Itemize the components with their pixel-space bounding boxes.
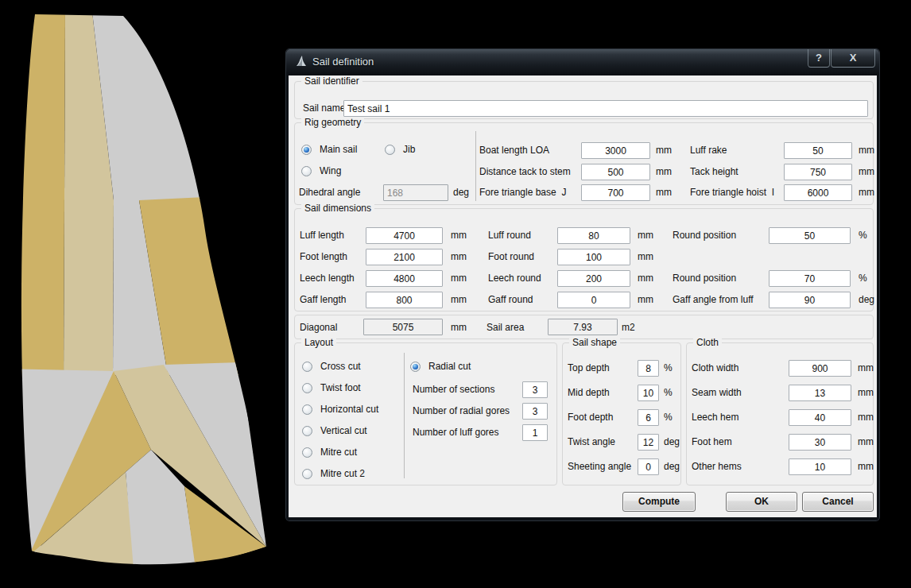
- seam-width-label: Seam width: [692, 385, 742, 401]
- gaff-round-input[interactable]: [557, 292, 630, 308]
- cloth-width-input[interactable]: [789, 360, 851, 377]
- main-sail-radio[interactable]: [301, 145, 312, 155]
- tack-height-unit: mm: [859, 164, 874, 180]
- gaff-round-label: Gaff round: [488, 292, 533, 308]
- unit-label: mm: [451, 227, 467, 244]
- mid-depth-input[interactable]: [638, 385, 659, 401]
- unit-label: mm: [638, 292, 653, 308]
- boat-length-unit: mm: [656, 142, 672, 159]
- gaff-length-input[interactable]: [366, 292, 443, 308]
- luff-rake-input[interactable]: [784, 142, 852, 159]
- unit-label: %: [859, 270, 867, 287]
- luff-length-input[interactable]: [366, 227, 443, 244]
- unit-label: mm: [858, 360, 874, 377]
- sail-area-output: [548, 319, 618, 335]
- unit-label: deg: [664, 434, 680, 451]
- jib-radio[interactable]: [385, 145, 395, 155]
- foot-length-input[interactable]: [366, 249, 443, 265]
- unit-label: m2: [622, 319, 635, 336]
- tack-stem-label: Distance tack to stem: [479, 164, 571, 180]
- jib-label: Jib: [403, 141, 415, 158]
- vertical-cut-label: Vertical cut: [320, 423, 367, 439]
- top-depth-input[interactable]: [638, 360, 659, 377]
- cross-cut-radio[interactable]: [302, 362, 312, 372]
- help-button[interactable]: ?: [808, 49, 830, 68]
- sail-name-input[interactable]: [343, 100, 868, 117]
- dihedral-angle-label: Dihedral angle: [299, 184, 360, 201]
- fore-base-input[interactable]: [581, 184, 650, 201]
- seam-width-input[interactable]: [789, 385, 851, 401]
- round-position-input[interactable]: [769, 270, 851, 287]
- luff-round-input[interactable]: [557, 227, 630, 244]
- round-position-input[interactable]: [769, 227, 851, 244]
- mid-depth-label: Mid depth: [568, 385, 610, 401]
- tack-stem-input[interactable]: [581, 164, 650, 180]
- radial-cut-radio[interactable]: [410, 362, 421, 372]
- boat-length-label: Boat length LOA: [479, 142, 549, 159]
- close-button[interactable]: X: [831, 49, 875, 68]
- unit-label: deg: [664, 458, 680, 475]
- cloth-width-label: Cloth width: [692, 360, 738, 377]
- horizontal-cut-radio[interactable]: [302, 404, 312, 415]
- tack-height-label: Tack height: [690, 164, 738, 180]
- leech-round-input[interactable]: [557, 270, 630, 287]
- unit-label: mm: [858, 458, 874, 475]
- sections-label: Number of sections: [413, 381, 494, 398]
- ok-button[interactable]: OK: [726, 492, 797, 512]
- luff-gores-input[interactable]: [522, 424, 548, 441]
- foot-depth-input[interactable]: [638, 409, 659, 426]
- group-legend: Sail identifier: [301, 75, 362, 87]
- cancel-button[interactable]: Cancel: [802, 492, 874, 512]
- radial-cut-label: Radial cut: [428, 358, 471, 375]
- sections-input[interactable]: [522, 381, 548, 398]
- leech-hem-label: Leech hem: [692, 409, 738, 426]
- radial-gores-input[interactable]: [522, 403, 548, 420]
- unit-label: mm: [451, 270, 467, 287]
- gaff-angle-input[interactable]: [769, 292, 851, 308]
- boat-length-input[interactable]: [581, 142, 650, 159]
- unit-label: mm: [451, 249, 467, 265]
- leech-hem-input[interactable]: [789, 409, 851, 426]
- layout-group: Layout Cross cut Twist foot Horizontal c…: [294, 342, 557, 485]
- compute-button[interactable]: Compute: [622, 492, 696, 512]
- group-legend: Layout: [301, 337, 336, 348]
- fore-base-unit: mm: [656, 184, 672, 201]
- foot-depth-label: Foot depth: [568, 409, 613, 426]
- leech-length-input[interactable]: [366, 270, 443, 287]
- unit-label: mm: [451, 292, 467, 308]
- group-legend: Cloth: [693, 337, 722, 348]
- sheeting-angle-input[interactable]: [638, 458, 659, 475]
- tack-height-input[interactable]: [784, 164, 852, 180]
- tack-stem-unit: mm: [656, 164, 672, 180]
- dialog-body: Sail identifier Sail name Rig geometry M…: [289, 75, 877, 517]
- other-hems-input[interactable]: [789, 458, 851, 475]
- twist-foot-radio[interactable]: [302, 383, 312, 393]
- titlebar[interactable]: Sail definition ? X: [286, 49, 879, 75]
- sail-area-label: Sail area: [487, 319, 524, 336]
- fore-hoist-input[interactable]: [784, 184, 852, 201]
- foot-round-input[interactable]: [557, 249, 630, 265]
- sail-shape-group: Sail shape Top depth % Mid depth % Foot …: [562, 342, 681, 485]
- unit-label: mm: [451, 319, 467, 336]
- unit-label: %: [664, 360, 673, 377]
- other-hems-label: Other hems: [692, 458, 742, 475]
- dihedral-angle-unit: deg: [453, 184, 469, 201]
- mitre-cut-2-radio[interactable]: [302, 469, 312, 479]
- foot-length-label: Foot length: [300, 249, 347, 265]
- luff-rake-unit: mm: [859, 142, 874, 159]
- luff-round-label: Luff round: [488, 227, 531, 244]
- gaff-length-label: Gaff length: [300, 292, 347, 308]
- vertical-cut-radio[interactable]: [302, 426, 312, 436]
- unit-label: mm: [858, 434, 874, 451]
- sail-panel: [6, 6, 65, 380]
- leech-round-label: Leech round: [488, 270, 541, 287]
- wing-radio[interactable]: [301, 166, 312, 176]
- gaff-angle-label: Gaff angle from luff: [673, 292, 754, 308]
- cross-cut-label: Cross cut: [320, 358, 361, 375]
- foot-hem-input[interactable]: [789, 434, 851, 451]
- mitre-cut-radio[interactable]: [302, 447, 312, 458]
- unit-label: %: [664, 385, 673, 401]
- group-legend: Sail shape: [569, 337, 620, 348]
- sail-dimensions-group: Sail dimensions Luff length mm Luff roun…: [294, 208, 874, 311]
- twist-angle-input[interactable]: [638, 434, 659, 451]
